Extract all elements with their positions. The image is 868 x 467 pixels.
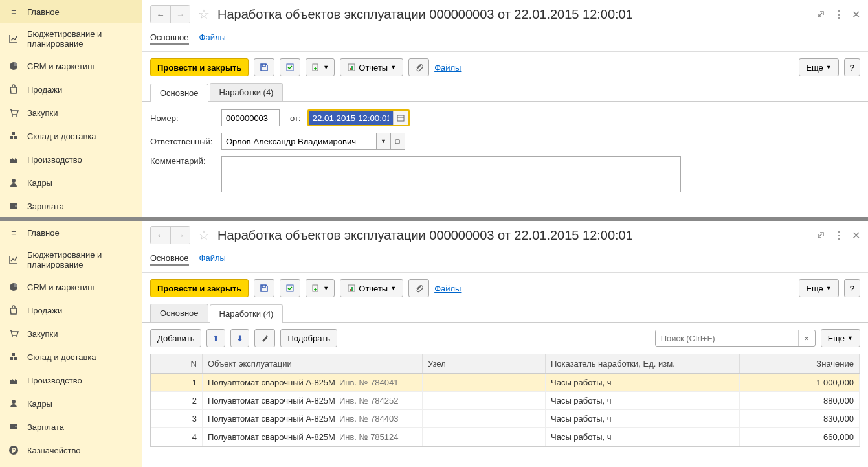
attach-button[interactable] [408,58,429,76]
help-button[interactable]: ? [844,279,860,297]
move-down-button[interactable]: ⬇ [230,329,249,347]
search-clear-button[interactable]: × [798,330,815,346]
tab-narabotki[interactable]: Наработки (4) [210,83,284,101]
post-close-button[interactable]: Провести и закрыть [150,279,249,297]
close-icon[interactable]: ✕ [852,8,860,21]
sidebar-item-budget[interactable]: Бюджетирование и планирование [0,244,142,275]
table-row[interactable]: 3Полуавтомат сварочный A-825MИнв. № 7844… [151,410,860,428]
svg-rect-20 [14,357,17,360]
star-icon[interactable]: ☆ [198,6,210,22]
sidebar-item-salary[interactable]: Зарплата [0,194,142,218]
pick-button[interactable]: Подобрать [280,329,337,347]
back-button[interactable]: ← [151,227,170,244]
files-link[interactable]: Файлы [434,284,461,293]
sidebar-item-label: Казначейство [27,446,80,455]
forward-button[interactable]: → [170,6,190,23]
number-input[interactable] [221,109,280,126]
save-button[interactable] [254,58,274,76]
ruble-icon: ₽ [8,444,19,456]
calendar-button[interactable] [393,111,408,125]
tab-main[interactable]: Основное [150,304,208,322]
open-button[interactable]: ▢ [391,133,405,150]
post-close-button[interactable]: Провести и закрыть [150,58,249,76]
sidebar-item-warehouse[interactable]: Склад и доставка [0,124,142,148]
help-button[interactable]: ? [844,58,860,76]
files-link[interactable]: Файлы [434,63,461,73]
svg-rect-12 [350,68,351,70]
table-more-button[interactable]: Еще▼ [821,329,860,347]
sidebar-item-crm[interactable]: CRM и маркетинг [0,54,142,78]
back-button[interactable]: ← [151,6,170,23]
sidebar-item-sales[interactable]: Продажи [0,78,142,101]
fill-button[interactable] [254,329,275,347]
sidebar-item-label: Продажи [27,85,62,95]
menu-icon: ≡ [8,227,19,238]
pie-icon [8,60,19,72]
attach-button[interactable] [408,279,429,297]
save-button[interactable] [254,279,274,297]
sidebar-item-production[interactable]: Производство [0,369,142,392]
col-header-ind[interactable]: Показатель наработки, Ед. изм. [546,354,740,373]
sidebar-item-budget[interactable]: Бюджетирование и планирование [0,23,142,54]
comment-input[interactable] [221,156,681,192]
sidebar-item-warehouse[interactable]: Склад и доставка [0,345,142,369]
search-input[interactable] [656,330,798,346]
date-input[interactable] [309,111,393,125]
subnav-main[interactable]: Основное [150,31,189,45]
label-resp: Ответственный: [150,137,221,146]
link-icon[interactable] [816,9,826,19]
create-based-on-button[interactable]: ▼ [306,279,335,297]
sidebar-item-hr[interactable]: Кадры [0,392,142,415]
post-button[interactable] [280,279,300,297]
sidebar-item-label: Склад и доставка [27,131,96,141]
cell-node [423,374,546,391]
sidebar-item-label: Кадры [27,399,52,409]
cart-icon [8,107,19,119]
sidebar-item-treasury[interactable]: ₽ Казначейство [0,439,142,462]
star-icon[interactable]: ☆ [198,227,210,243]
reports-button[interactable]: Отчеты▼ [340,279,403,297]
resp-input[interactable] [221,133,377,150]
subnav-files[interactable]: Файлы [199,252,226,266]
sidebar-item-hr[interactable]: Кадры [0,171,142,194]
subnav-files[interactable]: Файлы [199,31,226,45]
create-based-on-button[interactable]: ▼ [306,58,335,76]
cell-val: 1 000,000 [740,374,860,391]
sidebar-item-production[interactable]: Производство [0,148,142,171]
budget-icon [8,254,19,266]
tab-main[interactable]: Основное [150,84,208,102]
tab-narabotki[interactable]: Наработки (4) [210,304,284,323]
move-up-button[interactable]: ⬆ [206,329,225,347]
sidebar-item-crm[interactable]: CRM и маркетинг [0,275,142,299]
more-vertical-icon[interactable]: ⋮ [834,8,844,21]
forward-button[interactable]: → [170,227,190,244]
more-button[interactable]: Еще▼ [799,58,838,76]
more-button[interactable]: Еще▼ [799,279,838,297]
table-row[interactable]: 4Полуавтомат сварочный A-825MИнв. № 7851… [151,428,860,446]
sidebar-item-main[interactable]: ≡ Главное [0,0,142,23]
sidebar-item-salary[interactable]: Зарплата [0,415,142,439]
table-row[interactable]: 1Полуавтомат сварочный A-825MИнв. № 7840… [151,374,860,392]
svg-rect-3 [10,136,13,139]
sidebar-item-purchases[interactable]: Закупки [0,322,142,345]
sidebar-item-sales[interactable]: Продажи [0,299,142,322]
add-button[interactable]: Добавить [150,329,201,347]
col-header-node[interactable]: Узел [423,354,546,373]
svg-point-18 [16,336,17,337]
col-header-n[interactable]: N [151,354,203,373]
more-vertical-icon[interactable]: ⋮ [834,229,844,242]
reports-button[interactable]: Отчеты▼ [340,58,403,76]
menu-icon: ≡ [8,6,19,17]
subnav-main[interactable]: Основное [150,252,189,266]
svg-rect-21 [12,353,15,356]
table-row[interactable]: 2Полуавтомат сварочный A-825MИнв. № 7842… [151,392,860,410]
sidebar-item-main[interactable]: ≡ Главное [0,221,142,244]
col-header-obj[interactable]: Объект эксплуатации [203,354,423,373]
svg-rect-13 [351,66,353,70]
col-header-val[interactable]: Значение [740,354,860,373]
dropdown-button[interactable]: ▼ [377,133,391,150]
link-icon[interactable] [816,230,826,240]
close-icon[interactable]: ✕ [852,229,860,242]
post-button[interactable] [280,58,300,76]
sidebar-item-purchases[interactable]: Закупки [0,101,142,124]
